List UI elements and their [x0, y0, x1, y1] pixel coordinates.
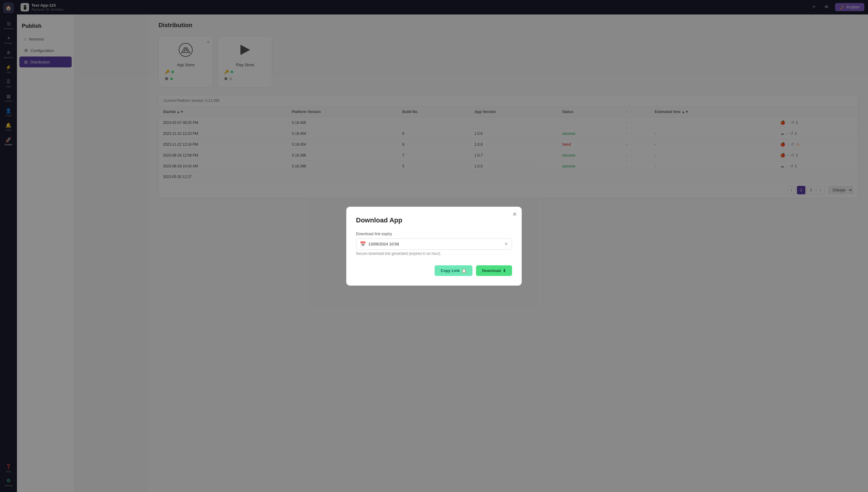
- modal-hint: Secure download link generated (expires …: [356, 251, 512, 256]
- modal-overlay[interactable]: ✕ Download App Download link expiry 📅 ✕ …: [0, 0, 868, 492]
- download-app-modal: ✕ Download App Download link expiry 📅 ✕ …: [346, 207, 522, 286]
- copy-link-label: Copy Link: [441, 268, 460, 273]
- modal-date-input[interactable]: [368, 242, 502, 246]
- modal-date-input-wrap: 📅 ✕: [356, 239, 512, 250]
- modal-field-label: Download link expiry: [356, 231, 512, 236]
- download-button[interactable]: Download ⬇: [476, 265, 512, 276]
- calendar-icon: 📅: [360, 241, 366, 247]
- copy-link-icon: 📋: [462, 268, 466, 273]
- copy-link-button[interactable]: Copy Link 📋: [435, 265, 472, 276]
- clear-date-icon[interactable]: ✕: [505, 242, 508, 246]
- modal-close-button[interactable]: ✕: [512, 211, 517, 218]
- download-label: Download: [482, 268, 501, 273]
- download-icon: ⬇: [503, 268, 506, 273]
- modal-title: Download App: [356, 216, 512, 224]
- modal-actions: Copy Link 📋 Download ⬇: [356, 265, 512, 276]
